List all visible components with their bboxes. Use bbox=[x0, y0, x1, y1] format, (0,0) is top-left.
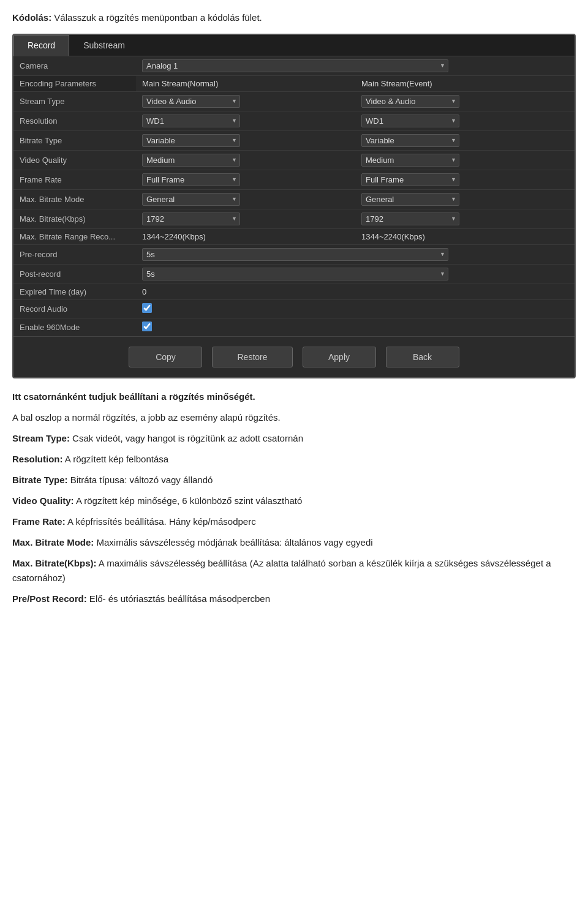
dvr-panel: Record Substream Camera Analog 1 Encodin… bbox=[12, 34, 576, 378]
stream-type-normal-select[interactable]: Video & Audio bbox=[142, 95, 240, 108]
pre-record-select[interactable]: 5s bbox=[142, 248, 448, 261]
enable-960-label: Enable 960Mode bbox=[13, 318, 136, 336]
max-bitrate-kbps-event-wrapper: 1792 bbox=[361, 213, 459, 225]
bitrate-type-row: Bitrate Type Variable Variable bbox=[13, 130, 575, 150]
desc-para10: Pre/Post Record: Elő- és utóriasztás beá… bbox=[12, 592, 576, 606]
video-quality-normal-select[interactable]: Medium bbox=[142, 154, 240, 167]
bitrate-type-event-select[interactable]: Variable bbox=[361, 134, 459, 147]
video-quality-event-wrapper: Medium bbox=[361, 154, 459, 167]
resolution-event-cell: WD1 bbox=[355, 111, 575, 130]
stream-type-event-cell: Video & Audio bbox=[355, 91, 575, 111]
bitrate-type-label: Bitrate Type bbox=[13, 130, 136, 150]
desc-pre-post-record-bold: Pre/Post Record: bbox=[12, 593, 87, 604]
desc-stream-type-text: Csak videót, vagy hangot is rögzítünk az… bbox=[70, 433, 303, 443]
bitrate-type-normal-cell: Variable bbox=[136, 130, 355, 150]
bitrate-type-normal-select[interactable]: Variable bbox=[142, 134, 240, 147]
expired-time-row: Expired Time (day) 0 bbox=[13, 284, 575, 299]
resolution-label: Resolution bbox=[13, 111, 136, 130]
max-bitrate-mode-event-wrapper: General bbox=[361, 193, 459, 206]
max-bitrate-mode-event-select[interactable]: General bbox=[361, 193, 459, 206]
desc-para8: Max. Bitrate Mode: Maximális sávszélessé… bbox=[12, 535, 576, 550]
post-record-value-cell: 5s bbox=[136, 264, 575, 284]
button-row: Copy Restore Apply Back bbox=[13, 336, 575, 377]
max-bitrate-range-row: Max. Bitrate Range Reco... 1344~2240(Kbp… bbox=[13, 228, 575, 244]
resolution-normal-select[interactable]: WD1 bbox=[142, 115, 240, 127]
max-bitrate-kbps-label: Max. Bitrate(Kbps) bbox=[13, 209, 136, 228]
post-record-row: Post-record 5s bbox=[13, 264, 575, 284]
main-stream-normal-header: Main Stream(Normal) bbox=[136, 75, 355, 91]
max-bitrate-kbps-normal-wrapper: 1792 bbox=[142, 213, 240, 225]
back-button[interactable]: Back bbox=[386, 347, 459, 367]
max-bitrate-mode-normal-select[interactable]: General bbox=[142, 193, 240, 206]
stream-type-label: Stream Type bbox=[13, 91, 136, 111]
copy-button[interactable]: Copy bbox=[129, 347, 202, 367]
frame-rate-label: Frame Rate bbox=[13, 170, 136, 189]
desc-para1-bold: Itt csatornánként tudjuk beállítani a rö… bbox=[12, 391, 255, 402]
record-audio-label: Record Audio bbox=[13, 299, 136, 318]
desc-video-quality-text: A rögzített kép minősége, 6 különböző sz… bbox=[74, 495, 303, 506]
encoding-header-row: Encoding Parameters Main Stream(Normal) … bbox=[13, 75, 575, 91]
video-quality-event-cell: Medium bbox=[355, 150, 575, 170]
max-bitrate-kbps-event-select[interactable]: 1792 bbox=[361, 213, 459, 225]
max-bitrate-mode-normal-cell: General bbox=[136, 189, 355, 209]
video-quality-row: Video Quality Medium Medium bbox=[13, 150, 575, 170]
camera-select[interactable]: Analog 1 bbox=[142, 59, 448, 72]
main-stream-event-header: Main Stream(Event) bbox=[355, 75, 575, 91]
enable-960-row: Enable 960Mode bbox=[13, 318, 575, 336]
bitrate-type-event-wrapper: Variable bbox=[361, 134, 459, 147]
post-record-label: Post-record bbox=[13, 264, 136, 284]
max-bitrate-range-normal-value: 1344~2240(Kbps) bbox=[142, 232, 206, 241]
apply-button[interactable]: Apply bbox=[303, 347, 376, 367]
camera-label: Camera bbox=[13, 56, 136, 76]
max-bitrate-kbps-normal-cell: 1792 bbox=[136, 209, 355, 228]
desc-para3: Stream Type: Csak videót, vagy hangot is… bbox=[12, 431, 576, 446]
desc-max-bitrate-mode-bold: Max. Bitrate Mode: bbox=[12, 537, 94, 547]
desc-video-quality-bold: Video Quality: bbox=[12, 495, 74, 506]
frame-rate-normal-cell: Full Frame bbox=[136, 170, 355, 189]
resolution-normal-wrapper: WD1 bbox=[142, 115, 240, 127]
pre-record-label: Pre-record bbox=[13, 244, 136, 264]
enable-960-checkbox[interactable] bbox=[142, 322, 152, 331]
tab-substream[interactable]: Substream bbox=[69, 35, 139, 56]
max-bitrate-kbps-normal-select[interactable]: 1792 bbox=[142, 213, 240, 225]
desc-para4: Resolution: A rögzített kép felbontása bbox=[12, 452, 576, 467]
max-bitrate-kbps-event-cell: 1792 bbox=[355, 209, 575, 228]
frame-rate-normal-select[interactable]: Full Frame bbox=[142, 173, 240, 186]
post-record-select[interactable]: 5s bbox=[142, 268, 448, 280]
max-bitrate-range-event-cell: 1344~2240(Kbps) bbox=[355, 228, 575, 244]
camera-select-wrapper: Analog 1 bbox=[142, 59, 448, 72]
desc-resolution-bold: Resolution: bbox=[12, 454, 63, 464]
expired-time-value-cell: 0 bbox=[136, 284, 575, 299]
record-audio-checkbox-cell bbox=[136, 299, 575, 318]
frame-rate-event-cell: Full Frame bbox=[355, 170, 575, 189]
frame-rate-event-select[interactable]: Full Frame bbox=[361, 173, 459, 186]
desc-bitrate-type-text: Bitráta típusa: változó vagy állandó bbox=[68, 475, 213, 485]
frame-rate-event-wrapper: Full Frame bbox=[361, 173, 459, 186]
settings-table: Camera Analog 1 Encoding Parameters Main… bbox=[13, 56, 575, 336]
max-bitrate-kbps-row: Max. Bitrate(Kbps) 1792 1792 bbox=[13, 209, 575, 228]
desc-para9: Max. Bitrate(Kbps): A maximális sávszéle… bbox=[12, 556, 576, 585]
desc-frame-rate-text: A képfrissítés beállítása. Hány kép/máso… bbox=[66, 516, 256, 527]
desc-para6: Video Quality: A rögzített kép minősége,… bbox=[12, 494, 576, 508]
desc-max-bitrate-mode-text: Maximális sávszélesség módjának beállítá… bbox=[94, 537, 372, 547]
desc-para5: Bitrate Type: Bitráta típusa: változó va… bbox=[12, 473, 576, 487]
video-quality-label: Video Quality bbox=[13, 150, 136, 170]
resolution-event-select[interactable]: WD1 bbox=[361, 115, 459, 127]
desc-frame-rate-bold: Frame Rate: bbox=[12, 516, 66, 527]
record-audio-checkbox[interactable] bbox=[142, 303, 152, 313]
max-bitrate-range-event-value: 1344~2240(Kbps) bbox=[361, 232, 425, 241]
frame-rate-normal-wrapper: Full Frame bbox=[142, 173, 240, 186]
video-quality-normal-cell: Medium bbox=[136, 150, 355, 170]
camera-row: Camera Analog 1 bbox=[13, 56, 575, 76]
pre-record-value-cell: 5s bbox=[136, 244, 575, 264]
video-quality-normal-wrapper: Medium bbox=[142, 154, 240, 167]
stream-type-event-select[interactable]: Video & Audio bbox=[361, 95, 459, 108]
video-quality-event-select[interactable]: Medium bbox=[361, 154, 459, 167]
bitrate-type-event-cell: Variable bbox=[355, 130, 575, 150]
restore-button[interactable]: Restore bbox=[212, 347, 292, 367]
desc-stream-type-bold: Stream Type: bbox=[12, 433, 70, 443]
resolution-event-wrapper: WD1 bbox=[361, 115, 459, 127]
post-record-select-wrapper: 5s bbox=[142, 268, 448, 280]
tab-record[interactable]: Record bbox=[13, 35, 69, 56]
pre-record-row: Pre-record 5s bbox=[13, 244, 575, 264]
